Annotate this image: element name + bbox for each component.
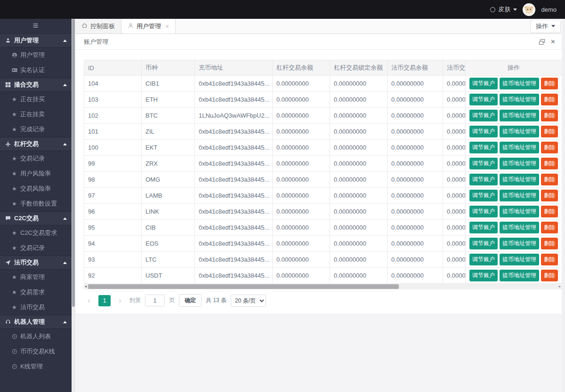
tab-dashboard[interactable]: 控制面板 <box>75 19 121 33</box>
sidebar-item-完成记录[interactable]: ★完成记录 <box>0 122 72 137</box>
delete-button[interactable]: 删除 <box>541 110 558 121</box>
delete-button[interactable]: 删除 <box>541 270 558 281</box>
delete-button[interactable]: 删除 <box>541 94 558 105</box>
delete-button[interactable]: 删除 <box>541 78 558 89</box>
sidebar-scrollbar[interactable] <box>72 19 75 392</box>
cell-coin: EKT <box>142 140 195 156</box>
withdraw-address-manage-button[interactable]: 提币地址管理 <box>500 174 539 185</box>
cell-actions: 调节账户提币地址管理删除 <box>466 76 562 92</box>
sidebar-item-C2C交易需求[interactable]: ★C2C交易需求 <box>0 225 72 240</box>
cell-actions: 调节账户提币地址管理删除 <box>466 108 562 124</box>
page-number-input[interactable] <box>145 295 165 306</box>
table-row: 104CIB10xb41c8edf1943a38445...0.00000000… <box>84 76 562 92</box>
delete-button[interactable]: 删除 <box>541 222 558 233</box>
delete-button[interactable]: 删除 <box>541 190 558 201</box>
cell-actions: 调节账户提币地址管理删除 <box>466 92 562 108</box>
restore-window-icon[interactable] <box>539 39 545 45</box>
withdraw-address-manage-button[interactable]: 提币地址管理 <box>500 206 539 217</box>
page-size-select[interactable]: 20 条/页 <box>231 295 266 307</box>
delete-button[interactable]: 删除 <box>541 206 558 217</box>
delete-button[interactable]: 删除 <box>541 238 558 249</box>
sidebar-section-0[interactable]: 用户管理 <box>0 33 72 48</box>
withdraw-address-manage-button[interactable]: 提币地址管理 <box>500 254 539 265</box>
current-page-button[interactable]: 1 <box>98 295 111 306</box>
sidebar-item-币币交易K线[interactable]: 币币交易K线 <box>0 344 72 359</box>
delete-button[interactable]: 删除 <box>541 174 558 185</box>
withdraw-address-manage-button[interactable]: 提币地址管理 <box>500 222 539 233</box>
sidebar-item-正在挂卖[interactable]: ★正在挂卖 <box>0 107 72 122</box>
withdraw-address-manage-button[interactable]: 提币地址管理 <box>500 270 539 281</box>
adjust-account-button[interactable]: 调节账户 <box>469 222 498 233</box>
sidebar-item-手数倍数设置[interactable]: ★手数倍数设置 <box>0 196 72 211</box>
user-icon <box>5 37 14 44</box>
adjust-account-button[interactable]: 调节账户 <box>469 254 498 265</box>
adjust-account-button[interactable]: 调节账户 <box>469 142 498 153</box>
adjust-account-button[interactable]: 调节账户 <box>469 174 498 185</box>
horizontal-scrollbar[interactable]: ◂ ▸ <box>84 284 562 289</box>
tab-user-management[interactable]: 用户管理 × <box>121 19 176 33</box>
sidebar-item-K线管理[interactable]: K线管理 <box>0 359 72 374</box>
withdraw-address-manage-button[interactable]: 提币地址管理 <box>500 110 539 121</box>
adjust-account-button[interactable]: 调节账户 <box>469 270 498 281</box>
delete-button[interactable]: 删除 <box>541 254 558 265</box>
user-circle-icon <box>12 52 20 59</box>
hamburger-menu-icon[interactable]: ≡ <box>0 19 72 33</box>
sidebar-scrollbar-thumb[interactable] <box>72 19 75 307</box>
withdraw-address-manage-button[interactable]: 提币地址管理 <box>500 126 539 137</box>
table-row: 92USDT0xb41c8edf1943a38445...0.000000000… <box>84 268 562 284</box>
delete-button[interactable]: 删除 <box>541 142 558 153</box>
cell-actions: 调节账户提币地址管理删除 <box>466 220 562 236</box>
sidebar-item-法币交易[interactable]: ★法币交易 <box>0 300 72 315</box>
close-panel-icon[interactable]: × <box>551 38 555 46</box>
sidebar-item-交易风险率[interactable]: ★交易风险率 <box>0 181 72 196</box>
sidebar-item-正在挂买[interactable]: ★正在挂买 <box>0 92 72 107</box>
adjust-account-button[interactable]: 调节账户 <box>469 110 498 121</box>
sidebar-section-4[interactable]: 法币交易 <box>0 256 72 270</box>
withdraw-address-manage-button[interactable]: 提币地址管理 <box>500 78 539 89</box>
confirm-page-button[interactable]: 确定 <box>179 294 202 307</box>
adjust-account-button[interactable]: 调节账户 <box>469 238 498 249</box>
scroll-right-icon[interactable]: ▸ <box>559 284 561 289</box>
sidebar-item-交易记录[interactable]: ★交易记录 <box>0 240 72 256</box>
prev-page-button[interactable]: ‹ <box>84 295 94 306</box>
close-icon[interactable]: × <box>165 23 169 30</box>
sidebar-item-用户管理[interactable]: 用户管理 <box>0 48 72 63</box>
withdraw-address-manage-button[interactable]: 提币地址管理 <box>500 158 539 169</box>
sidebar-section-2[interactable]: 杠杆交易 <box>0 137 72 151</box>
scrollbar-thumb[interactable] <box>88 284 399 289</box>
delete-button[interactable]: 删除 <box>541 158 558 169</box>
withdraw-address-manage-button[interactable]: 提币地址管理 <box>500 238 539 249</box>
page-scrollbar[interactable] <box>562 19 565 392</box>
avatar[interactable] <box>523 3 535 16</box>
clock-icon <box>12 348 20 355</box>
sidebar-item-实名认证[interactable]: 实名认证 <box>0 63 72 78</box>
sidebar-section-label: 法币交易 <box>14 258 63 267</box>
actions-dropdown-button[interactable]: 操作 <box>530 20 561 33</box>
withdraw-address-manage-button[interactable]: 提币地址管理 <box>500 190 539 201</box>
adjust-account-button[interactable]: 调节账户 <box>469 206 498 217</box>
sidebar-section-5[interactable]: 机器人管理 <box>0 315 72 329</box>
scroll-left-icon[interactable]: ◂ <box>85 284 87 289</box>
sidebar-item-商家管理[interactable]: ★商家管理 <box>0 270 72 285</box>
sidebar: ≡ 用户管理用户管理实名认证撮合交易★正在挂买★正在挂卖★完成记录杠杆交易★交易… <box>0 19 72 392</box>
sidebar-item-label: 完成记录 <box>20 125 45 134</box>
adjust-account-button[interactable]: 调节账户 <box>469 126 498 137</box>
cell-id: 94 <box>84 236 142 252</box>
skin-switcher[interactable]: 皮肤 <box>490 5 517 14</box>
adjust-account-button[interactable]: 调节账户 <box>469 190 498 201</box>
delete-button[interactable]: 删除 <box>541 126 558 137</box>
withdraw-address-manage-button[interactable]: 提币地址管理 <box>500 142 539 153</box>
cell-leverage_locked: 0.00000000 <box>330 220 387 236</box>
adjust-account-button[interactable]: 调节账户 <box>469 94 498 105</box>
sidebar-section-3[interactable]: C2C交易 <box>0 211 72 225</box>
tab-bar: 控制面板 用户管理 × 操作 <box>75 19 565 34</box>
next-page-button[interactable]: › <box>115 295 125 306</box>
withdraw-address-manage-button[interactable]: 提币地址管理 <box>500 94 539 105</box>
sidebar-item-交易需求[interactable]: ★交易需求 <box>0 285 72 300</box>
sidebar-item-机器人列表[interactable]: 机器人列表 <box>0 329 72 344</box>
sidebar-item-用户风险率[interactable]: ★用户风险率 <box>0 166 72 181</box>
adjust-account-button[interactable]: 调节账户 <box>469 78 498 89</box>
adjust-account-button[interactable]: 调节账户 <box>469 158 498 169</box>
sidebar-item-交易记录[interactable]: ★交易记录 <box>0 151 72 166</box>
sidebar-section-1[interactable]: 撮合交易 <box>0 78 72 92</box>
